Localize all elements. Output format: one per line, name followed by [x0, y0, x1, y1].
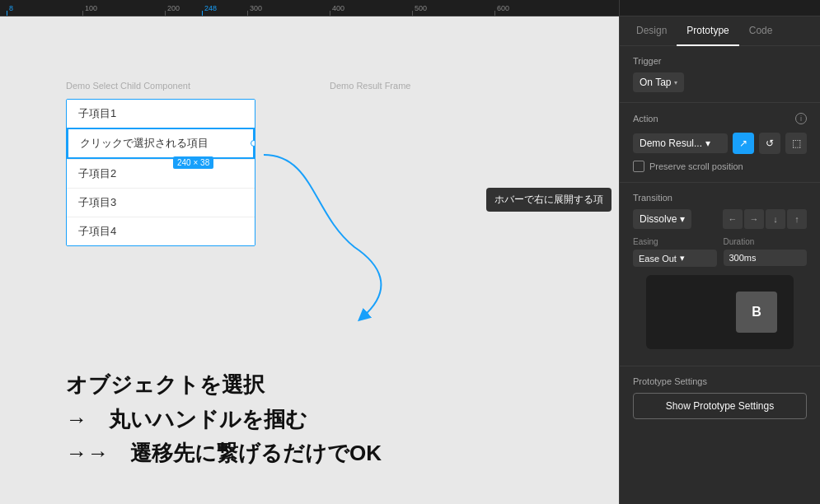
instruction-line-3: →→ 遷移先に繋げるだけでOK [66, 436, 382, 471]
preserve-scroll-checkbox[interactable] [633, 161, 644, 172]
transition-chevron-icon: ▾ [680, 213, 685, 225]
action-title: Action [633, 114, 658, 124]
direction-down-btn[interactable]: ↓ [766, 209, 785, 229]
easing-chevron-icon: ▾ [680, 253, 685, 264]
dropdown-item-4[interactable]: 子項目4 [67, 217, 255, 245]
preview-b-block: B [736, 292, 777, 333]
ruler-mark-248: 248 [202, 0, 217, 16]
transition-preview: B [646, 275, 794, 349]
trigger-select[interactable]: On Tap ▾ [633, 72, 684, 92]
preserve-scroll-row: Preserve scroll position [633, 161, 807, 172]
action-navigate-btn[interactable]: ↗ [733, 133, 754, 154]
demo-result-label: Demo Result Frame [330, 81, 410, 91]
transition-row: Dissolve ▾ ← → ↓ ↑ [633, 209, 807, 229]
dropdown-item-selected[interactable]: クリックで選択される項目 [67, 128, 255, 159]
right-panel: Design Prototype Code Trigger On Tap ▾ A… [619, 16, 820, 504]
trigger-section: Trigger On Tap ▾ [620, 46, 820, 103]
easing-label: Easing [633, 237, 717, 246]
ruler-mark-400: 400 [330, 0, 344, 16]
dropdown-item-2[interactable]: 子項目2 [67, 159, 255, 188]
direction-right-btn[interactable]: → [744, 209, 764, 229]
dropdown-component: 子項目1 クリックで選択される項目 子項目2 子項目3 子項目4 [66, 99, 255, 246]
direction-buttons: ← → ↓ ↑ [723, 209, 807, 229]
preserve-scroll-label: Preserve scroll position [649, 161, 743, 171]
duration-col: Duration [724, 237, 808, 267]
trigger-label: Trigger [633, 56, 807, 66]
instruction-line-1: オブジェクトを選択 [66, 368, 382, 403]
size-badge: 240 × 38 [173, 156, 213, 169]
ruler-mark-300: 300 [247, 0, 262, 16]
dropdown-item-3[interactable]: 子項目3 [67, 188, 255, 217]
action-info-icon[interactable]: i [795, 113, 807, 124]
ruler-mark-8: 8 [7, 0, 13, 16]
destination-value: Demo Resul... [640, 138, 702, 149]
action-row: Demo Resul... ▾ ↗ ↺ ⬚ [633, 133, 807, 154]
instructions-text: オブジェクトを選択 → 丸いハンドルを掴む →→ 遷移先に繋げるだけでOK [66, 368, 382, 471]
easing-col: Easing Ease Out ▾ [633, 237, 717, 267]
prototype-settings-section: Prototype Settings Show Prototype Settin… [620, 366, 820, 429]
ruler-right-spacer [619, 0, 820, 16]
prototype-settings-label: Prototype Settings [633, 376, 807, 386]
tab-prototype[interactable]: Prototype [677, 16, 738, 46]
selection-handle[interactable] [251, 140, 255, 147]
duration-label: Duration [724, 237, 808, 246]
trigger-chevron-icon: ▾ [674, 79, 677, 86]
transition-type-select[interactable]: Dissolve ▾ [633, 209, 691, 229]
destination-chevron-icon: ▾ [705, 138, 710, 149]
dropdown-box: 子項目1 クリックで選択される項目 子項目2 子項目3 子項目4 [66, 99, 255, 246]
ruler: 1008200248300400500600 [0, 0, 820, 16]
ruler-mark-500: 500 [412, 0, 427, 16]
demo-select-label: Demo Select Child Component [66, 81, 190, 91]
trigger-row: On Tap ▾ [633, 72, 807, 92]
easing-value: Ease Out [639, 254, 677, 264]
transition-type-value: Dissolve [640, 213, 677, 225]
action-destination[interactable]: Demo Resul... ▾ [633, 133, 728, 153]
easing-duration-row: Easing Ease Out ▾ Duration [633, 237, 807, 267]
transition-section: Transition Dissolve ▾ ← → ↓ ↑ [620, 183, 820, 366]
transition-header: Transition [633, 193, 807, 203]
tab-design[interactable]: Design [626, 16, 677, 46]
canvas[interactable]: Demo Select Child Component Demo Result … [0, 16, 619, 504]
action-overlay-btn[interactable]: ⬚ [785, 133, 807, 154]
direction-up-btn[interactable]: ↑ [787, 209, 807, 229]
instruction-line-2: → 丸いハンドルを掴む [66, 403, 382, 437]
direction-left-btn[interactable]: ← [723, 209, 743, 229]
ruler-content: 1008200248300400500600 [0, 0, 619, 16]
trigger-value: On Tap [640, 77, 671, 88]
easing-select[interactable]: Ease Out ▾ [633, 250, 717, 267]
main-layout: Demo Select Child Component Demo Result … [0, 16, 820, 504]
tab-code[interactable]: Code [739, 16, 783, 46]
ruler-mark-200: 200 [165, 0, 180, 16]
ruler-mark-100: 100 [82, 0, 97, 16]
dropdown-item-1[interactable]: 子項目1 [67, 100, 255, 128]
duration-input[interactable] [724, 250, 808, 266]
panel-body: Trigger On Tap ▾ Action i Demo Resul... [620, 46, 820, 504]
action-header: Action i [633, 113, 807, 124]
ruler-mark-600: 600 [494, 0, 509, 16]
action-section: Action i Demo Resul... ▾ ↗ ↺ ⬚ Preserve … [620, 103, 820, 183]
hover-tooltip: ホバーで右に展開する項 [486, 188, 611, 212]
action-swap-btn[interactable]: ↺ [759, 133, 780, 154]
show-prototype-settings-button[interactable]: Show Prototype Settings [633, 393, 807, 419]
panel-tabs: Design Prototype Code [620, 16, 820, 46]
